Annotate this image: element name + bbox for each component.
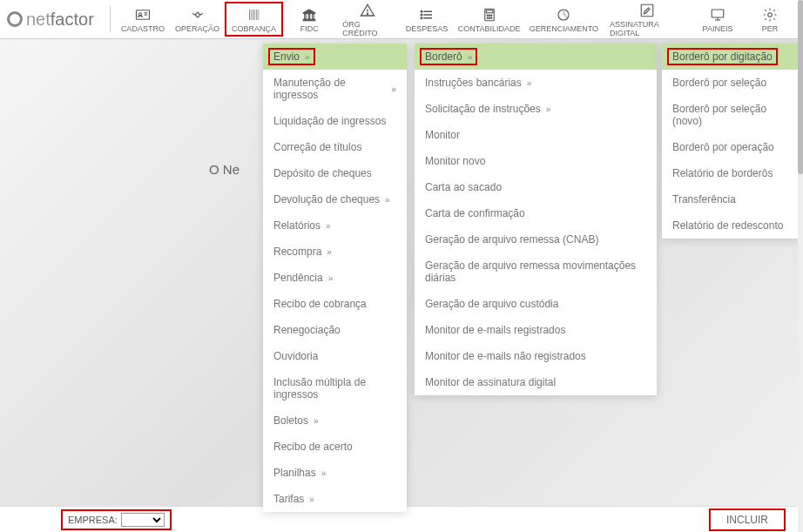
pie-icon [554,5,573,24]
nav-item-per[interactable]: PER [744,3,796,35]
nav-item-fidc[interactable]: FIDC [283,3,335,35]
menu-item[interactable]: Relatório de redesconto [662,212,801,239]
svg-rect-8 [256,10,257,20]
handshake-icon [188,5,207,24]
menu-item[interactable]: Manutenção de ingressos» [263,70,407,108]
chevron-right-icon: » [385,195,390,205]
menu-item[interactable]: Boletos» [263,407,407,434]
scrollbar-track[interactable] [798,0,803,532]
menu-item[interactable]: Liquidação de ingressos [263,108,407,134]
nav-item-assinatura-digital[interactable]: ASSINATURA DIGITAL [603,0,692,39]
svg-point-35 [768,13,773,17]
menu-item[interactable]: Monitor de e-mails não registrados [415,343,657,369]
menu-item-label: Depósito de cheques [273,167,372,179]
menu-item[interactable]: Monitor novo [415,148,657,174]
nav-label: ASSINATURA DIGITAL [610,20,685,37]
menu-item[interactable]: Borderô por operação [662,134,801,160]
menu-item[interactable]: Inclusão múltipla de ingressos [263,369,407,407]
nav-item-gerenciamento[interactable]: GERENCIAMENTO [525,3,603,35]
menu-item[interactable]: Monitor [415,122,657,148]
menu-item[interactable]: Recompra» [263,239,407,265]
empresa-select[interactable] [121,513,165,527]
scrollbar-thumb[interactable] [798,0,803,174]
menu-header[interactable]: Borderô» [415,44,657,70]
nav-item-cobrança[interactable]: COBRANÇA [225,2,283,37]
menu-item[interactable]: Relatório de borderôs [662,160,801,186]
menu-item-label: Renegociação [273,324,341,336]
menu-item-label: Carta de confirmação [425,207,525,219]
empresa-group: EMPRESA: [61,509,172,530]
menu-item[interactable]: Solicitação de instruções» [415,96,657,122]
menu-item-label: Borderô por seleção (novo) [672,103,791,127]
menu-item-label: Solicitação de instruções [425,103,541,115]
menu-item[interactable]: Monitor de assinatura digital [415,369,657,395]
menu-item-label: Pendência [273,272,323,284]
menu-item[interactable]: Devolução de cheques» [263,186,407,212]
menu-item-label: Relatórios [273,219,321,232]
nav-label: CONTABILIDADE [458,24,521,33]
menu-item[interactable]: Geração de arquivo remessa movimentações… [415,253,657,291]
menu-item[interactable]: Geração de arquivo remessa (CNAB) [415,226,657,253]
menu-item[interactable]: Renegociação [263,317,407,343]
svg-rect-5 [251,10,252,20]
menu-item-label: Correção de títulos [273,141,361,153]
nav-item-contabilidade[interactable]: CONTABILIDADE [453,3,524,35]
menu-item-label: Planilhas [273,467,316,479]
nav-item-cadastro[interactable]: CADASTRO [116,3,170,35]
svg-point-19 [421,11,422,13]
chevron-right-icon: » [328,273,334,283]
menu-item[interactable]: Instruções bancárias» [415,70,657,96]
menu-item-label: Inclusão múltipla de ingressos [273,376,396,401]
list-icon [417,5,436,24]
svg-point-26 [490,15,491,16]
menu-header[interactable]: Envio» [263,44,407,70]
menu-item-label: Monitor de e-mails não registrados [425,350,586,362]
nav-label: COBRANÇA [232,24,276,33]
nav-label: PER [762,24,779,33]
svg-point-29 [490,17,491,18]
menu-item[interactable]: Monitor de e-mails registrados [415,317,657,343]
nav-item-paineis[interactable]: PAINEIS [692,3,744,35]
menu-item[interactable]: Borderô por seleção (novo) [662,96,801,134]
menu-item[interactable]: Relatórios» [263,212,407,239]
gear-icon [760,5,779,24]
nav-label: GERENCIAMENTO [530,24,598,33]
incluir-button[interactable]: INCLUIR [709,508,786,531]
background-text: O Ne [209,162,240,177]
nav-item-operação[interactable]: OPERAÇÃO [170,3,225,35]
menu-item-label: Liquidação de ingressos [273,115,386,127]
nav-item-órg-crédito[interactable]: ÓRG CRÉDITO [335,0,400,39]
menu-item[interactable]: Tarifas» [263,486,407,512]
menu-item[interactable]: Planilhas» [263,460,407,486]
menu-item-label: Monitor de e-mails registrados [425,324,565,336]
topbar: netfactor CADASTROOPERAÇÃOCOBRANÇAFIDCÓR… [0,0,803,39]
menu-item-label: Borderô por operação [672,141,774,153]
svg-rect-9 [258,10,259,20]
menu-item[interactable]: Transferência [662,186,801,212]
menu-item-label: Relatório de redesconto [672,219,783,232]
menu-item-label: Borderô por seleção [672,77,766,89]
menu-item[interactable]: Recibo de acerto [263,434,407,460]
menu-item[interactable]: Depósito de cheques [263,160,407,186]
menu-header[interactable]: Borderô por digitação [662,44,801,70]
chevron-right-icon: » [321,468,327,478]
menu-item[interactable]: Correção de títulos [263,134,407,160]
svg-point-21 [421,17,422,19]
menu-item[interactable]: Borderô por seleção [662,70,801,96]
monitor-icon [708,5,727,24]
menu-item-label: Devolução de cheques [273,193,380,205]
menu-item[interactable]: Geração de arquivo custódia [415,291,657,317]
menu-item[interactable]: Carta ao sacado [415,174,657,200]
menu-item[interactable]: Pendência» [263,265,407,291]
menu-item[interactable]: Recibo de cobrança [263,291,407,317]
menu-item-label: Recompra [273,246,321,258]
warning-icon [358,1,377,20]
menu-item[interactable]: Carta de confirmação [415,200,657,226]
logo: netfactor [7,10,94,30]
menu-item-label: Relatório de borderôs [672,167,773,179]
menu-item[interactable]: Ouvidoria [263,343,407,369]
calculator-icon [480,5,499,24]
nav-item-despesas[interactable]: DESPESAS [401,3,454,35]
chevron-right-icon: » [391,84,396,94]
menu-item-label: Recibo de acerto [273,441,353,453]
